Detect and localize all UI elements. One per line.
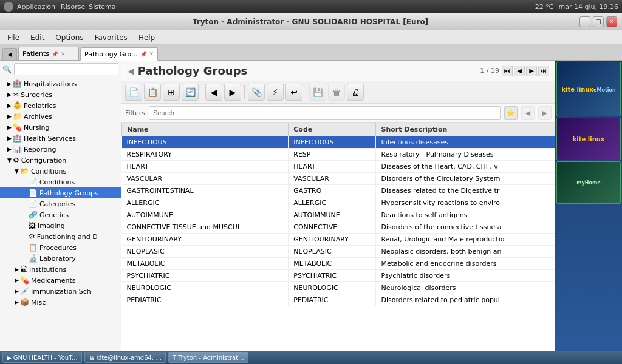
sidebar-item-genetics[interactable]: ▶ 🧬 Genetics xyxy=(0,209,121,220)
youtube-icon: ▶ xyxy=(7,354,12,361)
close-button[interactable]: ✕ xyxy=(606,16,617,27)
data-table: Name Code Short Description INFECTIOUSIN… xyxy=(121,123,555,306)
menu-edit[interactable]: Edit xyxy=(26,32,49,43)
sidebar-label: Archives xyxy=(24,113,52,121)
table-row[interactable]: PSYCHIATRICPSYCHIATRICPsychiatric disord… xyxy=(122,270,555,282)
sidebar-item-conditions-child[interactable]: ▶ 📄 Conditions xyxy=(0,177,121,187)
sidebar-item-institutions[interactable]: ▶ 🏛 Institutions xyxy=(0,264,121,275)
table-cell-name: ALLERGIC xyxy=(122,197,289,209)
table-cell-code: RESP xyxy=(289,149,376,161)
table-row[interactable]: HEARTHEARTDiseases of the Heart. CAD, CH… xyxy=(122,161,555,173)
table-cell-name: GASTROINTESTINAL xyxy=(122,185,289,197)
save-button[interactable]: 💾 xyxy=(309,84,326,101)
table-row[interactable]: RESPIRATORYRESPRespiratory - Pulmonary D… xyxy=(122,149,555,161)
taskbar-item-terminal[interactable]: 🖥 kite@linux-amd64: ... xyxy=(84,352,166,363)
sidebar-item-reporting[interactable]: ▶ 📊 Reporting xyxy=(0,144,121,155)
table-row[interactable]: INFECTIOUSINFECTIOUSInfectious disesases xyxy=(122,136,555,149)
sidebar-label: Genetics xyxy=(39,211,69,219)
table-row[interactable]: GASTROINTESTINALGASTRODiseases related t… xyxy=(122,185,555,197)
tab-patients[interactable]: Patients 📌 ✕ xyxy=(18,47,79,60)
filter-input[interactable] xyxy=(149,106,501,120)
view-button[interactable]: ⊞ xyxy=(163,84,180,101)
page-next-button[interactable]: ▶ xyxy=(526,66,537,76)
sidebar-item-conditions-parent[interactable]: ▼ 📂 Conditions xyxy=(0,166,121,177)
sidebar-item-pathology-groups[interactable]: ▶ 📄 Pathology Groups xyxy=(0,187,121,198)
table-row[interactable]: AUTOIMMUNEAUTOIMMUNEReactions to self an… xyxy=(122,209,555,221)
table-cell-code: HEART xyxy=(289,161,376,173)
sidebar-item-immunization[interactable]: ▶ 💉 Immunization Sch xyxy=(0,286,121,297)
sidebar-item-surgeries[interactable]: ▶ ✂ Surgeries xyxy=(0,89,121,100)
sidebar-item-categories[interactable]: ▶ 📄 Categories xyxy=(0,198,121,209)
tab-scroll-left[interactable]: ◀ xyxy=(2,48,17,60)
col-desc-header[interactable]: Short Description xyxy=(376,123,555,136)
menubar: File Edit Options Favorites Help xyxy=(0,30,622,45)
col-code-header[interactable]: Code xyxy=(289,123,376,136)
sidebar-item-misc[interactable]: ▶ 📦 Misc xyxy=(0,297,121,308)
menu-favorites[interactable]: Favorites xyxy=(90,32,132,43)
tab-pathology-groups[interactable]: Pathology Gro... 📌 ✕ xyxy=(80,47,158,61)
table-row[interactable]: METABOLICMETABOLICMetabolic and endocrin… xyxy=(122,258,555,270)
filter-prev-button[interactable]: ◀ xyxy=(521,106,535,120)
taskbar-item-tryton[interactable]: T Tryton - Administrat... xyxy=(168,352,248,363)
sidebar-item-health-services[interactable]: ▶ 🏥 Health Services xyxy=(0,133,121,144)
page-last-button[interactable]: ⏭ xyxy=(538,66,549,76)
delete-button[interactable]: 🗑 xyxy=(328,84,345,101)
table-cell-code: PEDIATRIC xyxy=(289,294,376,306)
print-button[interactable]: 🖨 xyxy=(347,84,364,101)
sidebar-item-configuration[interactable]: ▼ ⚙ Configuration xyxy=(0,155,121,166)
menu-help[interactable]: Help xyxy=(134,32,160,43)
sidebar-label: Laboratory xyxy=(39,255,76,263)
nav-back-icon[interactable]: ◀ xyxy=(128,66,134,76)
sidebar-item-archives[interactable]: ▶ 📁 Archives xyxy=(0,111,121,122)
back-button[interactable]: ◀ xyxy=(205,84,222,101)
tab-patients-close[interactable]: ✕ xyxy=(61,51,66,57)
expand-icon: ▶ xyxy=(7,81,12,87)
menu-file[interactable]: File xyxy=(2,32,24,43)
forward-button[interactable]: ▶ xyxy=(224,84,241,101)
window-controls[interactable]: _ □ ✕ xyxy=(579,16,617,27)
expand-icon: ▶ xyxy=(7,124,12,130)
sidebar-item-nursing[interactable]: ▶ 💊 Nursing xyxy=(0,122,121,133)
attach-button[interactable]: 📎 xyxy=(248,84,265,101)
col-name-header[interactable]: Name xyxy=(122,123,289,136)
table-row[interactable]: NEOPLASICNEOPLASICNeoplasic disorders, b… xyxy=(122,246,555,258)
table-row[interactable]: VASCULARVASCULARDisorders of the Circula… xyxy=(122,173,555,185)
sidebar-item-procedures[interactable]: ▶ 📋 Procedures xyxy=(0,242,121,253)
menu-sistema[interactable]: Sistema xyxy=(89,3,115,11)
action-button[interactable]: ⚡ xyxy=(267,84,284,101)
filter-bookmark-button[interactable]: ⭐ xyxy=(504,106,518,120)
taskbar-item-youtube[interactable]: ▶ GNU HEALTH - YouT... xyxy=(2,352,82,363)
menu-options[interactable]: Options xyxy=(50,32,88,43)
page-prev-button[interactable]: ◀ xyxy=(514,66,525,76)
table-row[interactable]: NEUROLOGICNEUROLOGICNeurological disorde… xyxy=(122,282,555,294)
sidebar-item-hospitalizations[interactable]: ▶ 🏥 Hospitalizations xyxy=(0,78,121,89)
table-row[interactable]: PEDIATRICPEDIATRICDisorders related to p… xyxy=(122,294,555,306)
sidebar-search-input[interactable] xyxy=(14,63,118,75)
table-row[interactable]: ALLERGICALLERGICHypersensitivity reactio… xyxy=(122,197,555,209)
hospitalizations-icon: 🏥 xyxy=(13,79,22,88)
sidebar-label: Reporting xyxy=(24,146,56,153)
table-cell-desc: Reactions to self antigens xyxy=(376,209,555,221)
minimize-button[interactable]: _ xyxy=(579,16,590,27)
sidebar-label: Medicaments xyxy=(31,277,76,285)
page-first-button[interactable]: ⏮ xyxy=(502,66,513,76)
sidebar-item-functioning[interactable]: ▶ ⚙ Functioning and D xyxy=(0,231,121,242)
maximize-button[interactable]: □ xyxy=(593,16,604,27)
system-topbar: Applicazioni Risorse Sistema 22 °C mar 1… xyxy=(0,0,622,13)
toolbar-sep3 xyxy=(306,85,306,99)
sidebar-item-pediatrics[interactable]: ▶ 👶 Pediatrics xyxy=(0,100,121,111)
filter-next-button[interactable]: ▶ xyxy=(538,106,552,120)
new-button[interactable]: 📄 xyxy=(125,84,142,101)
menu-risorse[interactable]: Risorse xyxy=(61,3,85,11)
expand-icon: ▶ xyxy=(7,92,12,98)
refresh-button[interactable]: 🔄 xyxy=(182,84,199,101)
sidebar-item-laboratory[interactable]: ▶ 🔬 Laboratory xyxy=(0,253,121,264)
duplicate-button[interactable]: 📋 xyxy=(144,84,161,101)
table-row[interactable]: GENITOURINARYGENITOURINARYRenal, Urologi… xyxy=(122,234,555,246)
sidebar-item-medicaments[interactable]: ▶ 💊 Medicaments xyxy=(0,275,121,286)
menu-applicazioni[interactable]: Applicazioni xyxy=(17,3,57,11)
table-row[interactable]: CONNECTIVE TISSUE and MUSCULCONNECTIVEDi… xyxy=(122,221,555,234)
tab-pathology-close[interactable]: ✕ xyxy=(149,51,154,57)
sidebar-item-imaging[interactable]: ▶ 🖼 Imaging xyxy=(0,220,121,231)
undo-button[interactable]: ↩ xyxy=(285,84,302,101)
